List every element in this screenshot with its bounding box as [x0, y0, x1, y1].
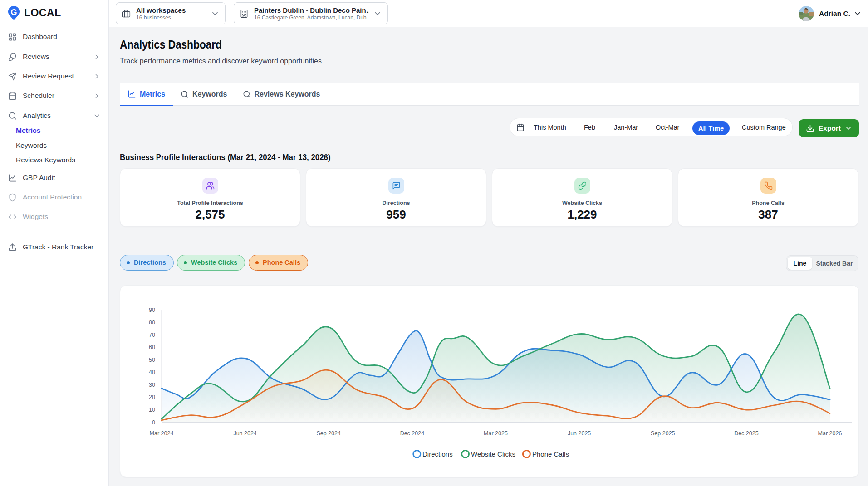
svg-text:Jun 2024: Jun 2024 — [233, 430, 256, 437]
svg-text:80: 80 — [149, 319, 155, 326]
svg-text:Website Clicks: Website Clicks — [471, 450, 515, 458]
svg-text:70: 70 — [149, 332, 155, 338]
svg-text:Dec 2024: Dec 2024 — [400, 430, 425, 437]
svg-text:30: 30 — [149, 382, 155, 388]
svg-text:90: 90 — [149, 307, 155, 313]
svg-text:Sep 2025: Sep 2025 — [651, 430, 675, 437]
svg-text:Sep 2024: Sep 2024 — [316, 430, 341, 437]
svg-text:Mar 2024: Mar 2024 — [150, 430, 174, 437]
svg-text:60: 60 — [149, 344, 155, 350]
svg-text:40: 40 — [149, 369, 155, 375]
svg-text:20: 20 — [149, 394, 155, 400]
svg-text:Dec 2025: Dec 2025 — [734, 430, 759, 437]
svg-text:Mar 2026: Mar 2026 — [818, 430, 842, 437]
svg-text:Directions: Directions — [422, 450, 453, 458]
svg-text:G: G — [10, 8, 17, 17]
svg-text:Mar 2025: Mar 2025 — [484, 430, 508, 437]
svg-text:Phone Calls: Phone Calls — [532, 450, 569, 458]
svg-text:0: 0 — [152, 419, 155, 426]
svg-text:Jun 2025: Jun 2025 — [568, 430, 591, 437]
svg-text:50: 50 — [149, 357, 155, 363]
svg-text:10: 10 — [149, 407, 155, 413]
